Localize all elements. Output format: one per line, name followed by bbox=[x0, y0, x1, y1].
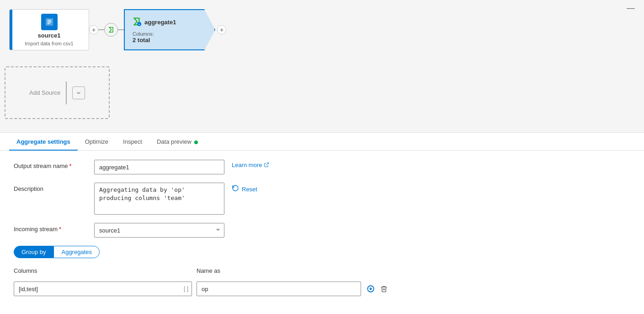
tab-inspect[interactable]: Inspect bbox=[116, 133, 149, 151]
data-preview-status-dot bbox=[194, 141, 198, 144]
description-label: Description bbox=[14, 183, 87, 192]
incoming-stream-row: Incoming stream* source1 bbox=[14, 223, 630, 238]
aggregate-node[interactable]: + aggregate1 Columns: 2 total + bbox=[124, 9, 215, 50]
reset-actions: Reset bbox=[232, 183, 257, 194]
aggregate-node-title: aggregate1 bbox=[144, 19, 176, 26]
aggregate-icon: + bbox=[132, 16, 142, 28]
learn-more-link[interactable]: Learn more bbox=[232, 162, 269, 168]
pipeline-container: source1 Import data from csv1 + bbox=[9, 9, 215, 50]
incoming-stream-label: Incoming stream* bbox=[14, 223, 87, 233]
nameas-input[interactable] bbox=[197, 282, 361, 296]
data-row: [ ] bbox=[14, 282, 630, 296]
aggregate-columns-label: Columns: bbox=[132, 31, 205, 37]
aggregates-toggle[interactable]: Aggregates bbox=[53, 246, 100, 258]
add-source-label: Add Source bbox=[29, 89, 60, 96]
source-node[interactable]: source1 Import data from csv1 bbox=[9, 9, 89, 50]
tab-data-preview[interactable]: Data preview bbox=[149, 133, 205, 151]
add-source-box[interactable]: Add Source bbox=[5, 66, 110, 119]
add-source-divider bbox=[66, 81, 67, 104]
description-row: Description Aggregating data by 'op' pro… bbox=[14, 183, 630, 215]
nameas-header: Name as bbox=[197, 267, 361, 274]
source-node-title: source1 bbox=[38, 32, 61, 39]
incoming-stream-select[interactable]: source1 bbox=[94, 223, 224, 238]
group-by-toggle[interactable]: Group by bbox=[14, 246, 53, 258]
tab-aggregate-settings[interactable]: Aggregate settings bbox=[9, 133, 78, 151]
bottom-panel: Aggregate settings Optimize Inspect Data… bbox=[0, 133, 644, 314]
output-stream-row: Output stream name* Learn more bbox=[14, 160, 630, 174]
reset-button[interactable]: Reset bbox=[232, 184, 257, 194]
reset-icon bbox=[232, 184, 239, 194]
columns-input-wrapper: [ ] bbox=[14, 282, 192, 296]
external-link-icon bbox=[264, 162, 269, 168]
row-action-buttons bbox=[366, 284, 389, 294]
source-node-icon bbox=[41, 14, 58, 30]
incoming-stream-select-wrapper: source1 bbox=[94, 223, 224, 238]
tab-optimize[interactable]: Optimize bbox=[78, 133, 116, 151]
minimize-button[interactable]: — bbox=[627, 4, 635, 12]
aggregate-plus-button[interactable]: + bbox=[217, 25, 226, 34]
columns-headers-row: Columns Name as bbox=[14, 267, 630, 277]
output-stream-label: Output stream name* bbox=[14, 160, 87, 169]
tabs-bar: Aggregate settings Optimize Inspect Data… bbox=[0, 133, 644, 151]
aggregate-columns-value: 2 total bbox=[132, 37, 205, 43]
settings-form: Output stream name* Learn more bbox=[0, 151, 644, 305]
delete-row-button[interactable] bbox=[379, 284, 389, 293]
svg-line-3 bbox=[266, 162, 269, 165]
source-node-bar bbox=[10, 10, 12, 50]
add-row-button[interactable] bbox=[366, 284, 376, 294]
toggle-row: Group by Aggregates bbox=[14, 246, 630, 258]
columns-input[interactable] bbox=[14, 282, 192, 296]
source-plus-button[interactable]: + bbox=[89, 25, 98, 34]
output-stream-input[interactable] bbox=[94, 160, 224, 174]
svg-text:+: + bbox=[138, 22, 140, 27]
canvas-area: — source1 Import data from csv1 + bbox=[0, 0, 644, 133]
right-actions: Learn more bbox=[232, 160, 269, 168]
description-input[interactable]: Aggregating data by 'op' producing colum… bbox=[94, 183, 224, 215]
source-node-subtitle: Import data from csv1 bbox=[25, 41, 73, 46]
add-source-chevron-icon[interactable] bbox=[72, 87, 85, 99]
columns-header: Columns bbox=[14, 267, 197, 274]
